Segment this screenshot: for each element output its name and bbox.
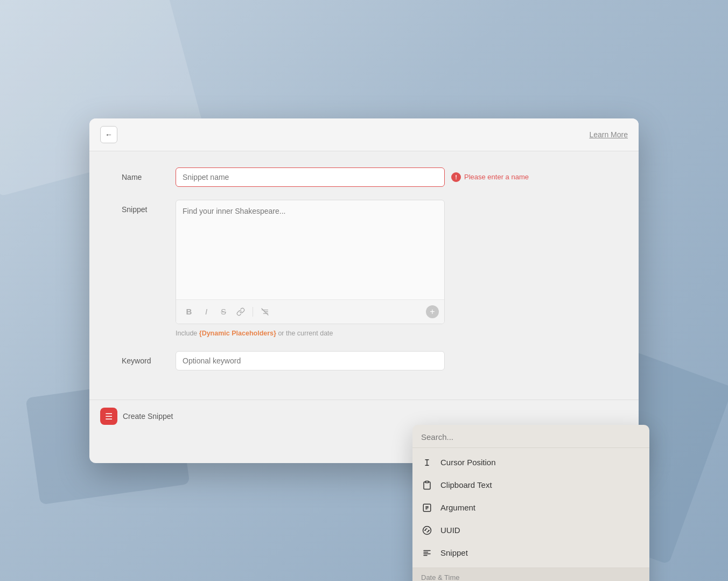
add-placeholder-button[interactable]: + xyxy=(426,305,439,318)
placeholder-tag: {Dynamic Placeholders} xyxy=(199,330,276,337)
dropdown-popup: Cursor Position Clipboard Text xyxy=(412,425,649,582)
clipboard-text-label: Clipboard Text xyxy=(440,480,492,489)
clear-format-button[interactable] xyxy=(257,304,272,319)
name-control-wrap: ! Please enter a name xyxy=(176,167,606,187)
link-icon xyxy=(236,307,245,316)
app-icon-glyph: ☰ xyxy=(105,411,113,422)
uuid-label: UUID xyxy=(440,526,460,535)
window-header: ← Learn More xyxy=(89,118,639,151)
dropdown-item-uuid[interactable]: UUID xyxy=(412,519,649,542)
keyword-control-wrap xyxy=(176,351,606,370)
snippet-textarea[interactable] xyxy=(176,200,444,297)
dropdown-main-section: Cursor Position Clipboard Text xyxy=(412,448,649,568)
window-footer: ☰ Create Snippet Cursor Pos xyxy=(89,400,639,432)
dropdown-item-clipboard-text[interactable]: Clipboard Text xyxy=(412,474,649,496)
include-note: Include {Dynamic Placeholders} or the cu… xyxy=(176,328,445,339)
form-area: Name ! Please enter a name Snippet B I S xyxy=(89,151,639,400)
back-button[interactable]: ← xyxy=(100,126,117,143)
argument-icon xyxy=(421,502,433,514)
app-icon: ☰ xyxy=(100,408,117,425)
toolbar-divider xyxy=(253,307,253,317)
snippet-icon xyxy=(421,547,433,559)
create-snippet-label: Create Snippet xyxy=(123,412,173,421)
link-button[interactable] xyxy=(233,304,248,319)
cursor-position-label: Cursor Position xyxy=(440,458,496,467)
name-label: Name xyxy=(122,167,176,181)
include-note-suffix: or the current date xyxy=(276,330,333,337)
svg-rect-7 xyxy=(425,481,429,482)
keyword-input[interactable] xyxy=(176,351,445,370)
include-note-prefix: Include xyxy=(176,330,199,337)
learn-more-link[interactable]: Learn More xyxy=(589,130,628,139)
snippet-row: Snippet B I S xyxy=(122,200,606,339)
name-input[interactable] xyxy=(176,167,445,187)
italic-button[interactable]: I xyxy=(199,304,214,319)
main-window: ← Learn More Name ! Please enter a name … xyxy=(89,118,639,463)
keyword-row: Keyword xyxy=(122,351,606,370)
uuid-icon xyxy=(421,524,433,536)
snippet-label: Snippet xyxy=(122,200,176,214)
dropdown-item-argument[interactable]: Argument xyxy=(412,496,649,519)
dropdown-search-area xyxy=(412,425,649,448)
cursor-position-icon xyxy=(421,457,433,468)
dropdown-item-snippet[interactable]: Snippet xyxy=(412,542,649,564)
error-icon: ! xyxy=(451,172,461,182)
error-text: Please enter a name xyxy=(464,173,529,181)
name-row: Name ! Please enter a name xyxy=(122,167,606,187)
keyword-label: Keyword xyxy=(122,351,176,365)
snippet-control-wrap: B I S xyxy=(176,200,445,339)
strikethrough-button[interactable]: S xyxy=(216,304,231,319)
name-error-message: ! Please enter a name xyxy=(451,172,529,182)
dropdown-search-input[interactable] xyxy=(421,432,641,442)
clipboard-text-icon xyxy=(421,479,433,491)
snippet-label: Snippet xyxy=(440,548,468,557)
snippet-wrap: B I S xyxy=(176,200,445,324)
clear-format-icon xyxy=(261,307,269,316)
bold-button[interactable]: B xyxy=(181,304,197,319)
date-time-section-header: Date & Time xyxy=(412,568,649,582)
argument-label: Argument xyxy=(440,503,475,512)
snippet-toolbar: B I S xyxy=(176,299,444,324)
dropdown-item-cursor-position[interactable]: Cursor Position xyxy=(412,451,649,474)
back-icon: ← xyxy=(105,130,113,139)
